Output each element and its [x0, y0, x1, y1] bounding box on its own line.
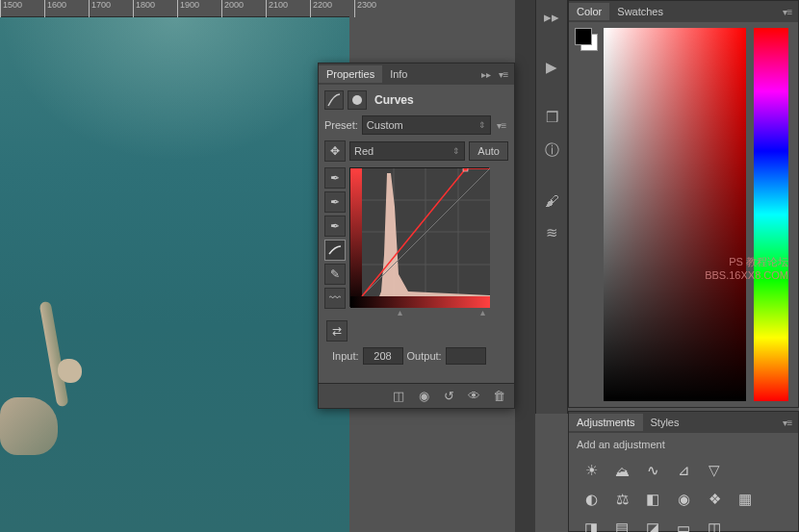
shadow-slider-icon[interactable]: ▴	[398, 307, 402, 317]
tab-properties[interactable]: Properties	[319, 65, 382, 83]
add-adjustment-label: Add an adjustment	[569, 433, 798, 456]
photo-filter-icon[interactable]: ◉	[673, 489, 694, 510]
reset-icon[interactable]: ↺	[439, 387, 458, 406]
properties-footer: ◫ ◉ ↺ 👁 🗑	[319, 383, 514, 408]
channel-mixer-icon[interactable]: ❖	[704, 489, 725, 510]
expand-dock-icon[interactable]: ▸▸	[540, 6, 563, 29]
smooth-tool-icon[interactable]: 〰	[324, 288, 346, 309]
panel-menu-icon[interactable]: ▾≡	[781, 416, 794, 429]
color-panel-tabs: Color Swatches ▾≡	[569, 1, 798, 22]
ruler-tick: 1700	[89, 0, 111, 17]
auto-button[interactable]: Auto	[469, 141, 508, 161]
color-panel: Color Swatches ▾≡ PS 教程论坛 BBS.16XX8.COM	[568, 0, 799, 408]
gradient-map-icon[interactable]: ▭	[673, 518, 694, 532]
preset-menu-icon[interactable]: ▾≡	[495, 118, 508, 132]
view-previous-icon[interactable]: ◉	[414, 387, 433, 406]
tab-color[interactable]: Color	[569, 3, 609, 20]
tab-info[interactable]: Info	[382, 65, 415, 83]
visibility-icon[interactable]: 👁	[464, 387, 483, 406]
3d-icon[interactable]: ❒	[540, 106, 563, 129]
tab-swatches[interactable]: Swatches	[609, 3, 671, 20]
foreground-color-swatch[interactable]	[575, 28, 592, 45]
input-field[interactable]	[363, 347, 403, 365]
dock-background	[515, 0, 535, 532]
eyedropper-gray-icon[interactable]: ✒	[324, 191, 346, 213]
eyedropper-white-icon[interactable]: ✒	[324, 215, 346, 237]
exposure-icon[interactable]: ⊿	[673, 460, 694, 481]
horizontal-ruler: 1500 1600 1700 1800 1900 2000 2100 2200 …	[0, 0, 349, 17]
preset-label: Preset:	[324, 119, 358, 131]
ruler-tick: 2300	[354, 0, 376, 17]
eyedropper-black-icon[interactable]: ✒	[324, 167, 346, 189]
document-image	[0, 17, 349, 532]
panel-menu-icon[interactable]: ▾≡	[781, 5, 794, 18]
brush-panel-icon[interactable]: 🖌	[540, 189, 563, 212]
threshold-icon[interactable]: ◪	[642, 518, 663, 532]
ruler-tick: 2000	[221, 0, 244, 17]
panel-menu-icon[interactable]: ▾≡	[497, 67, 510, 81]
hue-slider[interactable]	[754, 28, 788, 401]
output-label: Output:	[407, 350, 442, 362]
curves-graph[interactable]	[349, 167, 489, 307]
ruler-tick: 2200	[310, 0, 332, 17]
clip-to-layer-icon[interactable]: ◫	[389, 387, 408, 406]
curves-adjustment-icon[interactable]	[324, 90, 344, 110]
clip-icon[interactable]: ⇄	[326, 320, 348, 342]
ruler-tick: 1500	[0, 0, 22, 17]
collapse-icon[interactable]: ▸▸	[479, 67, 493, 81]
tab-styles[interactable]: Styles	[643, 414, 687, 431]
svg-rect-10	[463, 168, 468, 171]
ruler-tick: 2100	[266, 0, 288, 17]
svg-rect-1	[350, 168, 362, 308]
color-balance-icon[interactable]: ⚖	[611, 489, 632, 510]
posterize-icon[interactable]: ▤	[611, 518, 632, 532]
black-white-icon[interactable]: ◧	[642, 489, 663, 510]
info-panel-icon[interactable]: ⓘ	[540, 139, 563, 162]
pencil-tool-icon[interactable]: ✎	[324, 264, 346, 285]
trash-icon[interactable]: 🗑	[489, 387, 508, 406]
section-title: Curves	[374, 93, 414, 107]
foreground-background-swatch[interactable]	[575, 28, 598, 51]
tab-adjustments[interactable]: Adjustments	[569, 414, 643, 431]
ruler-tick: 1900	[177, 0, 199, 17]
layers-panel-icon[interactable]: ≋	[540, 221, 563, 244]
play-icon[interactable]: ▶	[540, 56, 563, 79]
curves-icon[interactable]: ∿	[642, 460, 663, 481]
svg-point-0	[352, 95, 362, 105]
ruler-tick: 1800	[133, 0, 155, 17]
canvas-area[interactable]	[0, 17, 349, 532]
adjustments-tabs: Adjustments Styles ▾≡	[569, 412, 798, 433]
mask-icon[interactable]	[348, 90, 367, 110]
channel-dropdown[interactable]: Red	[349, 141, 465, 161]
watermark: PS 教程论坛 BBS.16XX8.COM	[705, 255, 788, 283]
hand-shape	[58, 359, 82, 383]
input-label: Input:	[332, 350, 359, 362]
properties-panel-tabs: Properties Info ▸▸ ▾≡	[319, 63, 514, 85]
vibrance-icon[interactable]: ▽	[704, 460, 725, 481]
curve-point-tool-icon[interactable]	[324, 240, 346, 261]
selective-color-icon[interactable]: ◫	[704, 518, 725, 532]
properties-panel: Properties Info ▸▸ ▾≡ Curves Preset: Cus…	[318, 63, 515, 409]
target-adjustment-icon[interactable]: ✥	[324, 140, 346, 162]
levels-icon[interactable]: ⛰	[611, 460, 632, 481]
brightness-contrast-icon[interactable]: ☀	[580, 460, 602, 481]
highlight-slider-icon[interactable]: ▴	[480, 307, 485, 317]
collapsed-panel-dock: ▸▸ ▶ ❒ ⓘ 🖌 ≋	[535, 0, 568, 414]
output-field[interactable]	[446, 347, 486, 365]
preset-dropdown[interactable]: Custom	[362, 115, 491, 135]
color-lookup-icon[interactable]: ▦	[735, 489, 756, 510]
invert-icon[interactable]: ◨	[580, 518, 602, 532]
ruler-tick: 1600	[44, 0, 66, 17]
adjustments-panel: Adjustments Styles ▾≡ Add an adjustment …	[568, 411, 799, 532]
hue-saturation-icon[interactable]: ◐	[580, 489, 602, 510]
curve-slider[interactable]: ▴ ▴	[376, 307, 516, 318]
color-field[interactable]	[604, 28, 746, 401]
